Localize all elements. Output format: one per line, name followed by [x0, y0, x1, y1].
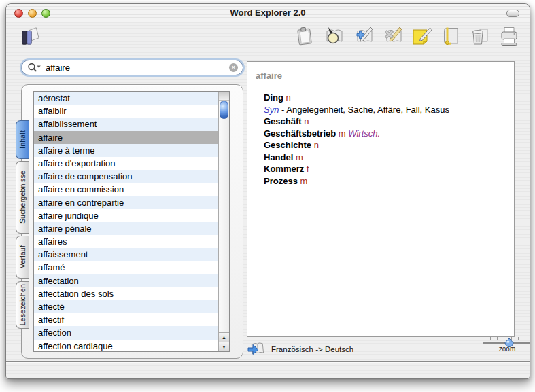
app-window: Word Explorer 2.0: [5, 3, 530, 379]
entry-word: Ding: [264, 92, 283, 103]
list-item[interactable]: affaire: [34, 131, 218, 144]
dictionary-entry-line: Ding n: [264, 92, 506, 104]
entry-gender: m: [298, 176, 307, 186]
trash-icon[interactable]: [468, 25, 492, 47]
search-input[interactable]: [44, 62, 229, 73]
scrollbar-thumb[interactable]: [220, 101, 228, 119]
tab-label: Lesezeichen: [18, 284, 27, 325]
zoom-slider-thumb[interactable]: [504, 338, 514, 348]
list-item[interactable]: affection: [34, 326, 218, 339]
word-list-frame: aérostataffaibliraffaiblissementaffairea…: [21, 84, 243, 359]
dictionary-entry-line: Geschäft n: [264, 115, 506, 128]
dictionary-direction-label: Französisch -> Deutsch: [271, 345, 353, 353]
note-icon[interactable]: [409, 25, 434, 47]
dictionary-entry-line: Geschichte n: [264, 139, 506, 152]
entry-word: Prozess: [264, 176, 298, 186]
list-item[interactable]: affectation des sols: [34, 287, 218, 300]
list-item[interactable]: affaire juridique: [34, 209, 218, 222]
add-entry-icon[interactable]: [351, 25, 375, 47]
entry-word: Geschäftsbetrieb: [264, 128, 336, 139]
list-item[interactable]: affaire à terme: [34, 144, 218, 157]
entry-word: Geschäft: [264, 116, 302, 126]
entry-word: Kommerz: [264, 164, 304, 174]
dictionary-direction-icon: [247, 341, 266, 357]
list-item[interactable]: affaissement: [34, 248, 218, 261]
entry-gender: f: [304, 164, 309, 174]
tab-label: Verlauf: [18, 245, 27, 268]
entry-gender: n: [283, 92, 291, 103]
clear-search-icon[interactable]: ×: [229, 63, 238, 72]
tab-verlauf[interactable]: Verlauf: [16, 236, 29, 279]
entry-syntext: - Angelegenheit, Sache, Affäre, Fall, Ka…: [279, 105, 449, 115]
title-bar[interactable]: Word Explorer 2.0: [6, 4, 530, 22]
list-item[interactable]: affecté: [34, 300, 218, 313]
entry-syn: Syn: [264, 105, 279, 115]
tab-label: Inhalt: [18, 130, 27, 149]
dictionary-entry-line: Syn - Angelegenheit, Sache, Affäre, Fall…: [264, 104, 506, 116]
tab-inhalt[interactable]: Inhalt: [16, 120, 29, 159]
delete-entry-icon[interactable]: [380, 25, 404, 47]
list-item[interactable]: affaire de compensation: [34, 170, 218, 183]
definition-panel: affaire Ding nSyn - Angelegenheit, Sache…: [247, 61, 515, 337]
list-item[interactable]: aérostat: [34, 92, 218, 105]
entry-lines: Ding nSyn - Angelegenheit, Sache, Affäre…: [256, 92, 506, 187]
toolbar: [6, 22, 530, 50]
scrollbar-track-cap: [219, 92, 229, 101]
list-item[interactable]: affaire en commission: [34, 183, 218, 196]
entry-word: Handel: [264, 152, 293, 162]
list-item[interactable]: affamé: [34, 261, 218, 274]
status-bar: Französisch -> Deutsch: [247, 338, 515, 360]
window-title: Word Explorer 2.0: [6, 7, 530, 18]
bookmark-icon[interactable]: [438, 25, 463, 47]
clipboard-icon[interactable]: [292, 25, 317, 47]
list-item[interactable]: affaiblissement: [34, 118, 218, 130]
headword: affaire: [256, 71, 506, 81]
library-icon[interactable]: [17, 25, 41, 47]
entry-gender: n: [311, 140, 319, 150]
dictionary-entry-line: Geschäftsbetrieb m Wirtsch.: [264, 128, 506, 140]
dictionary-entry-line: Kommerz f: [264, 163, 506, 175]
list-item[interactable]: affaire pénale: [34, 222, 218, 235]
search-field[interactable]: ×: [21, 60, 243, 75]
footer-divider: [6, 361, 530, 363]
scroll-down-button[interactable]: ▼: [219, 342, 229, 351]
list-item[interactable]: affectif: [34, 313, 218, 326]
tab-suchergebnisse[interactable]: Suchergebnisse: [16, 161, 29, 234]
entry-word: Geschichte: [264, 140, 311, 150]
dictionary-entry-line: Handel m: [264, 152, 506, 164]
search-icon[interactable]: [27, 63, 41, 73]
tab-lesezeichen[interactable]: Lesezeichen: [16, 281, 29, 329]
content-area: × Inhalt Suchergebnisse Verlauf Lesezeic…: [6, 50, 530, 378]
scroll-up-button[interactable]: ▲: [219, 332, 229, 342]
collapse-button[interactable]: [506, 10, 519, 17]
list-item[interactable]: affaire en contrepartie: [34, 196, 218, 209]
search-book-icon[interactable]: [322, 25, 346, 47]
tab-label: Suchergebnisse: [18, 171, 27, 224]
entry-gender: n: [302, 116, 309, 126]
word-list: aérostataffaibliraffaiblissementaffairea…: [34, 92, 218, 351]
entry-domain: Wirtsch.: [346, 128, 380, 139]
zoom-slider[interactable]: zoom: [478, 337, 530, 353]
list-item[interactable]: affaire d'exportation: [34, 157, 218, 170]
print-icon[interactable]: [497, 25, 521, 47]
entry-gender: m: [336, 128, 345, 139]
list-item[interactable]: affaires: [34, 235, 218, 248]
list-item[interactable]: affectation: [34, 274, 218, 287]
entry-gender: m: [293, 152, 303, 162]
list-item[interactable]: affaiblir: [34, 105, 218, 118]
list-scrollbar[interactable]: ▲ ▼: [218, 92, 229, 351]
list-item[interactable]: affection cardiaque: [34, 340, 218, 351]
dictionary-entry-line: Prozess m: [264, 175, 506, 188]
